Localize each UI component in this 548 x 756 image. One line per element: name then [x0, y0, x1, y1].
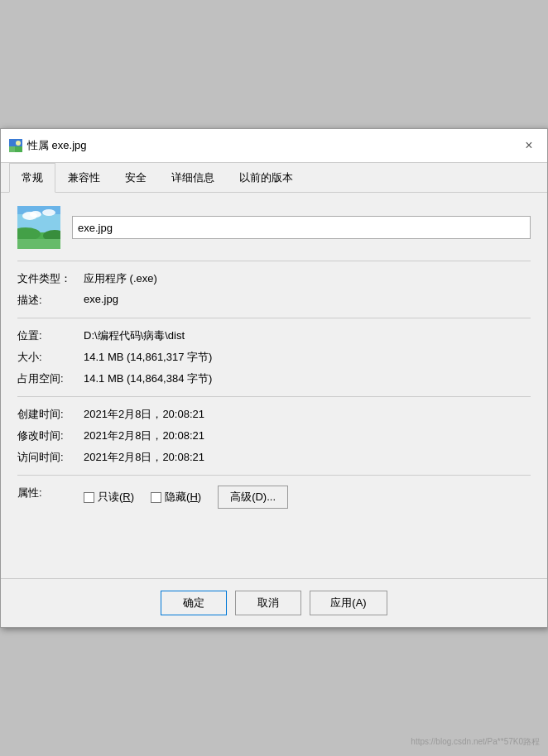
size-row: 大小: 14.1 MB (14,861,317 字节): [17, 350, 531, 365]
created-value: 2021年2月8日，20:08:21: [84, 407, 204, 422]
watermark: https://blog.csdn.net/Pa**57K0路程: [411, 736, 540, 748]
file-header: [17, 206, 531, 249]
file-type-row: 文件类型： 应用程序 (.exe): [17, 271, 531, 286]
divider-2: [17, 318, 531, 318]
advanced-button[interactable]: 高级(D)...: [218, 486, 288, 509]
attributes-section: 属性: 只读(R) 隐藏(H) 高级(D)...: [17, 486, 531, 509]
divider-3: [17, 396, 531, 397]
file-desc-row: 描述: exe.jpg: [17, 293, 531, 308]
size-label: 大小:: [17, 350, 84, 365]
created-label: 创建时间:: [17, 407, 84, 422]
size-value: 14.1 MB (14,861,317 字节): [84, 350, 212, 365]
tab-bar: 常规 兼容性 安全 详细信息 以前的版本: [1, 163, 547, 193]
ok-button[interactable]: 确定: [161, 591, 227, 615]
readonly-item: 只读(R): [84, 490, 134, 505]
location-label: 位置:: [17, 328, 84, 343]
file-type-label: 文件类型：: [17, 271, 84, 286]
readonly-label: 只读(R): [98, 490, 134, 505]
dialog-footer: 确定 取消 应用(A): [1, 578, 547, 627]
disk-size-row: 占用空间: 14.1 MB (14,864,384 字节): [17, 371, 531, 386]
cancel-button[interactable]: 取消: [235, 591, 301, 615]
hidden-checkbox[interactable]: [151, 492, 161, 503]
svg-rect-3: [9, 146, 15, 152]
readonly-checkbox[interactable]: [84, 492, 94, 503]
tab-general[interactable]: 常规: [9, 163, 55, 193]
title-bar: 性属 exe.jpg ×: [1, 129, 547, 163]
modified-row: 修改时间: 2021年2月8日，20:08:21: [17, 428, 531, 443]
tab-security[interactable]: 安全: [113, 163, 159, 193]
dates-section: 创建时间: 2021年2月8日，20:08:21 修改时间: 2021年2月8日…: [17, 407, 531, 465]
svg-point-8: [30, 211, 41, 218]
attributes-controls: 只读(R) 隐藏(H) 高级(D)...: [84, 486, 288, 509]
window-title: 性属 exe.jpg: [27, 138, 87, 153]
svg-point-2: [16, 141, 21, 146]
accessed-row: 访问时间: 2021年2月8日，20:08:21: [17, 450, 531, 465]
type-section: 文件类型： 应用程序 (.exe) 描述: exe.jpg: [17, 271, 531, 308]
location-value: D:\编程代码\病毒\dist: [84, 328, 185, 343]
title-icon: [9, 139, 22, 152]
close-button[interactable]: ×: [519, 136, 539, 156]
spacer: [17, 515, 531, 565]
svg-point-9: [42, 209, 55, 216]
attributes-label: 属性:: [17, 486, 84, 500]
hidden-item: 隐藏(H): [151, 490, 201, 505]
title-bar-left: 性属 exe.jpg: [9, 138, 87, 153]
tab-compatibility[interactable]: 兼容性: [55, 163, 113, 193]
disk-size-value: 14.1 MB (14,864,384 字节): [84, 371, 212, 386]
svg-rect-13: [17, 239, 60, 249]
properties-window: 性属 exe.jpg × 常规 兼容性 安全 详细信息 以前的版本: [0, 128, 548, 628]
modified-label: 修改时间:: [17, 428, 84, 443]
hidden-label: 隐藏(H): [165, 490, 201, 505]
apply-button[interactable]: 应用(A): [310, 591, 387, 615]
file-desc-value: exe.jpg: [84, 293, 118, 305]
attributes-row: 属性: 只读(R) 隐藏(H) 高级(D)...: [17, 486, 531, 509]
tab-previous-versions[interactable]: 以前的版本: [227, 163, 305, 193]
divider-4: [17, 475, 531, 476]
accessed-value: 2021年2月8日，20:08:21: [84, 450, 204, 465]
tab-details[interactable]: 详细信息: [159, 163, 227, 193]
created-row: 创建时间: 2021年2月8日，20:08:21: [17, 407, 531, 422]
file-desc-label: 描述:: [17, 293, 84, 308]
accessed-label: 访问时间:: [17, 450, 84, 465]
disk-size-label: 占用空间:: [17, 371, 84, 386]
file-thumbnail: [17, 206, 60, 249]
divider-1: [17, 261, 531, 261]
file-name-input[interactable]: [72, 216, 531, 239]
tab-content: 文件类型： 应用程序 (.exe) 描述: exe.jpg 位置: D:\编程代…: [1, 193, 547, 578]
file-type-value: 应用程序 (.exe): [84, 271, 157, 286]
location-row: 位置: D:\编程代码\病毒\dist: [17, 328, 531, 343]
modified-value: 2021年2月8日，20:08:21: [84, 428, 204, 443]
size-section: 位置: D:\编程代码\病毒\dist 大小: 14.1 MB (14,861,…: [17, 328, 531, 386]
